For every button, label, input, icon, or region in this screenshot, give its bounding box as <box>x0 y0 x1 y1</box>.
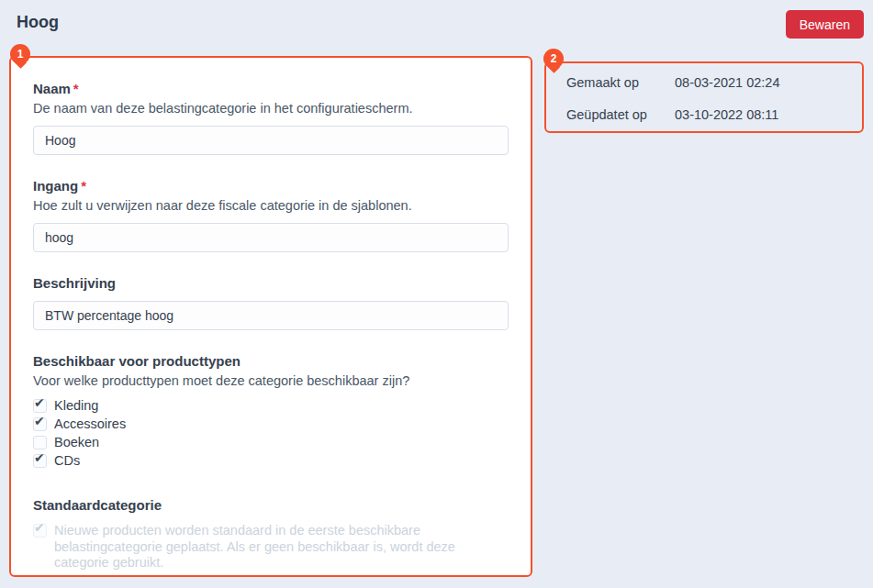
producttypen-description: Voor welke producttypen moet deze catego… <box>33 372 509 390</box>
metadata-panel: Gemaakt op 08-03-2021 02:24 Geüpdatet op… <box>544 61 864 133</box>
check-icon: ✔ <box>34 415 45 427</box>
naam-label-text: Naam <box>33 81 71 96</box>
field-group-producttypen: Beschikbaar voor producttypen Voor welke… <box>33 352 509 470</box>
boeken-checkbox[interactable]: ✔ <box>33 436 47 449</box>
check-icon: ✔ <box>34 451 45 464</box>
tax-category-form-panel: Naam* De naam van deze belastingcategori… <box>9 56 532 577</box>
checkbox-row-cds[interactable]: ✔ CDs <box>33 451 509 470</box>
producttypen-checkbox-list: ✔ Kleding ✔ Accessoires ✔ Boeken ✔ CDs <box>33 396 509 470</box>
required-asterisk: * <box>81 178 86 194</box>
updated-at-value: 03-10-2022 08:11 <box>675 107 778 122</box>
ingang-label-text: Ingang <box>33 178 78 194</box>
kleding-checkbox[interactable]: ✔ <box>33 399 47 413</box>
annotation-badge-2: 2 <box>543 49 564 69</box>
created-at-row: Gemaakt op 08-03-2021 02:24 <box>566 75 842 90</box>
naam-label: Naam* <box>33 80 509 98</box>
ingang-description: Hoe zult u verwijzen naar deze fiscale c… <box>33 196 509 215</box>
page-title: Hoog <box>17 13 59 32</box>
field-group-standaardcategorie: Standaardcategorie ✔ Nieuwe producten wo… <box>33 496 509 571</box>
check-icon: ✔ <box>34 396 45 409</box>
updated-at-row: Geüpdatet op 03-10-2022 08:11 <box>566 107 842 122</box>
created-at-value: 08-03-2021 02:24 <box>675 75 780 90</box>
accessoires-checkbox[interactable]: ✔ <box>33 417 47 431</box>
checkbox-row-kleding[interactable]: ✔ Kleding <box>33 396 509 415</box>
ingang-input[interactable] <box>33 223 509 252</box>
annotation-badge-1: 1 <box>10 44 30 64</box>
ingang-label: Ingang* <box>33 177 509 195</box>
kleding-checkbox-label: Kleding <box>54 398 98 413</box>
standaardcategorie-row: ✔ Nieuwe producten worden standaard in d… <box>33 523 509 571</box>
standaardcategorie-checkbox: ✔ <box>33 524 47 538</box>
naam-input[interactable] <box>33 126 509 155</box>
cds-checkbox-label: CDs <box>54 453 80 468</box>
cds-checkbox[interactable]: ✔ <box>33 454 47 468</box>
annotation-badge-2-number: 2 <box>551 52 557 65</box>
naam-description: De naam van deze belastingcategorie in h… <box>33 99 509 117</box>
standaardcategorie-help-text: Nieuwe producten worden standaard in de … <box>54 523 486 571</box>
beschrijving-label: Beschrijving <box>33 274 509 293</box>
required-asterisk: * <box>73 81 79 96</box>
save-button[interactable]: Bewaren <box>786 10 864 39</box>
field-group-beschrijving: Beschrijving <box>33 274 509 330</box>
check-icon: ✔ <box>34 521 45 534</box>
boeken-checkbox-label: Boeken <box>54 435 99 449</box>
created-at-label: Gemaakt op <box>566 75 675 90</box>
standaardcategorie-label: Standaardcategorie <box>33 496 509 515</box>
producttypen-label: Beschikbaar voor producttypen <box>33 352 509 371</box>
field-group-ingang: Ingang* Hoe zult u verwijzen naar deze f… <box>33 177 509 252</box>
checkbox-row-accessoires[interactable]: ✔ Accessoires <box>33 415 509 433</box>
annotation-badge-1-number: 1 <box>17 48 24 61</box>
updated-at-label: Geüpdatet op <box>566 107 675 122</box>
field-group-naam: Naam* De naam van deze belastingcategori… <box>33 80 509 155</box>
checkbox-row-boeken[interactable]: ✔ Boeken <box>33 433 509 451</box>
accessoires-checkbox-label: Accessoires <box>54 416 126 431</box>
beschrijving-input[interactable] <box>33 301 509 330</box>
